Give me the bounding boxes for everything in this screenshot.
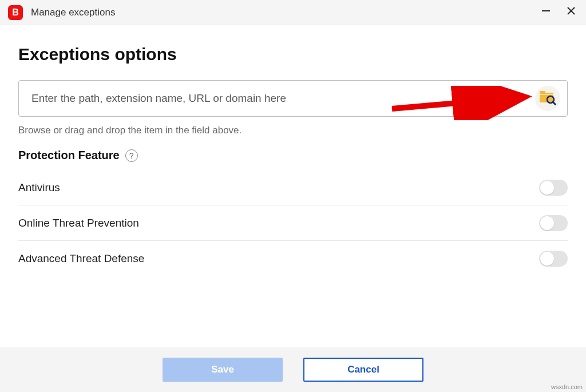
close-button[interactable] bbox=[564, 6, 578, 19]
feature-toggle[interactable] bbox=[539, 180, 568, 196]
feature-row: Antivirus bbox=[18, 170, 568, 205]
window-controls bbox=[539, 6, 578, 19]
path-input[interactable] bbox=[31, 92, 535, 105]
features-list: AntivirusOnline Threat PreventionAdvance… bbox=[18, 170, 568, 276]
svg-rect-5 bbox=[540, 94, 553, 95]
feature-toggle[interactable] bbox=[539, 215, 568, 231]
save-button[interactable]: Save bbox=[163, 358, 283, 382]
source-watermark: wsxdn.com bbox=[551, 383, 583, 390]
folder-search-icon bbox=[539, 89, 556, 108]
feature-label: Advanced Threat Defense bbox=[18, 252, 144, 265]
toggle-knob bbox=[540, 216, 554, 230]
help-icon[interactable]: ? bbox=[125, 149, 138, 162]
browse-button[interactable] bbox=[535, 86, 560, 111]
feature-toggle[interactable] bbox=[539, 251, 568, 267]
window-title: Manage exceptions bbox=[31, 7, 539, 18]
minimize-button[interactable] bbox=[539, 6, 553, 19]
section-header: Protection Feature ? bbox=[18, 149, 568, 162]
svg-rect-4 bbox=[540, 91, 545, 94]
cancel-button[interactable]: Cancel bbox=[303, 358, 423, 382]
section-title: Protection Feature bbox=[18, 149, 120, 162]
hint-text: Browse or drag and drop the item in the … bbox=[18, 125, 568, 136]
toggle-knob bbox=[540, 181, 554, 195]
page-title: Exceptions options bbox=[18, 45, 568, 64]
feature-row: Advanced Threat Defense bbox=[18, 241, 568, 276]
footer: Save Cancel bbox=[0, 347, 586, 392]
toggle-knob bbox=[540, 252, 554, 266]
titlebar: B Manage exceptions bbox=[0, 0, 586, 25]
content-area: Exceptions options Browse or drag and dr… bbox=[0, 25, 586, 276]
feature-row: Online Threat Prevention bbox=[18, 205, 568, 241]
path-input-row bbox=[18, 80, 568, 117]
feature-label: Online Threat Prevention bbox=[18, 217, 139, 229]
feature-label: Antivirus bbox=[18, 181, 60, 194]
svg-line-7 bbox=[553, 102, 556, 105]
app-icon: B bbox=[8, 5, 23, 20]
